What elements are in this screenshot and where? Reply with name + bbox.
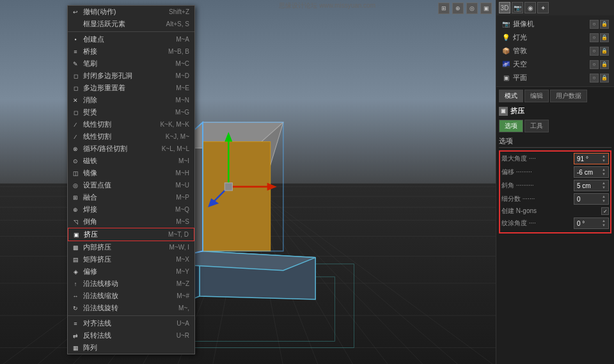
value-subdivisions[interactable]: 0 ▲ ▼ — [574, 193, 609, 205]
rpanel-icon-3d[interactable]: 3D — [499, 2, 510, 13]
menu-item-matrixextrude[interactable]: ▤ 矩阵挤压 M~X — [68, 253, 194, 265]
scene-obj-plane[interactable]: ▣ 平面 ○ 🔒 — [499, 72, 611, 84]
menu-item-bridge[interactable]: ≡ 桥接 M~B, B — [68, 45, 194, 58]
menu-shortcut-frame: Alt+S, S — [166, 20, 189, 28]
spinner-up-tex[interactable]: ▲ — [602, 219, 606, 223]
sky-lock-btn[interactable]: 🔒 — [600, 60, 609, 69]
menu-item-weld[interactable]: ⊕ 焊接 M~Q — [68, 203, 194, 216]
menu-item-createpoint[interactable]: • 创建点 M~A — [68, 33, 194, 45]
value-bevel-angle[interactable]: 5 cm ▲ ▼ — [574, 180, 609, 191]
menu-item-linecut2[interactable]: ∕ 线性切割 K~J, M~ — [68, 131, 194, 143]
menu-icon-dissolve: ✕ — [72, 97, 79, 104]
tab-edit[interactable]: 编辑 — [524, 90, 549, 102]
menu-icon-rotatenormal: ↻ — [72, 305, 79, 312]
menu-item-closepoly[interactable]: ◻ 封闭多边形孔洞 M~D — [68, 70, 194, 82]
menu-item-align-normal[interactable]: ≡ 对齐法线 U~A — [68, 317, 194, 329]
menu-item-merge[interactable]: ⊞ 融合 M~P — [68, 191, 194, 203]
menu-item-mirror[interactable]: ◫ 镜像 M~H — [68, 167, 194, 179]
spinner-down-sub[interactable]: ▼ — [602, 199, 606, 203]
menu-item-magnet[interactable]: ⊙ 磁铁 M~I — [68, 155, 194, 167]
menu-shortcut-loopcut: K~L, M~L — [162, 145, 189, 152]
menu-item-dissolve[interactable]: ✕ 消除 M~N — [68, 94, 194, 106]
bevel-angle-spinner[interactable]: ▲ ▼ — [602, 181, 606, 190]
menu-item-innerextrude[interactable]: ▩ 内部挤压 M~W, I — [68, 241, 194, 253]
max-angle-spinner[interactable]: ▲ ▼ — [602, 154, 606, 163]
spinner-up-max[interactable]: ▲ — [602, 154, 606, 159]
plane-lock-btn[interactable]: 🔒 — [600, 74, 609, 83]
viewport-icon-cam[interactable]: ⊕ — [452, 3, 464, 14]
subtab-options[interactable]: 选项 — [499, 120, 523, 132]
scene-obj-box[interactable]: 📦 管敦 ○ 🔒 — [499, 45, 611, 57]
spinner-up-bevel[interactable]: ▲ — [602, 181, 606, 186]
plane-vis-btn[interactable]: ○ — [590, 74, 599, 83]
menu-item-flip-normal[interactable]: ⇄ 反转法线 U~R — [68, 329, 194, 342]
spinner-down-max[interactable]: ▼ — [602, 159, 606, 163]
right-panel: 3D 📷 ◉ ✦ 📷 摄像机 ○ 🔒 💡 灯光 ○ 🔒 — [496, 0, 614, 364]
menu-label-mirror: 镜像 — [83, 168, 97, 178]
menu-item-polyreset[interactable]: ◻ 多边形重置着 M~E — [68, 82, 194, 94]
menu-icon-mirror: ◫ — [72, 170, 79, 177]
menu-item-loopcut[interactable]: ⊗ 循环/路径切割 K~L, M~L — [68, 143, 194, 155]
spinner-down-bevel[interactable]: ▼ — [602, 186, 606, 190]
menu-item-array[interactable]: ▦ 阵列 — [68, 342, 194, 354]
spinner-down-tex[interactable]: ▼ — [602, 223, 606, 228]
light-vis-btn[interactable]: ○ — [590, 33, 599, 42]
scene-obj-sky[interactable]: 🌌 天空 ○ 🔒 — [499, 58, 611, 70]
value-texture-angle[interactable]: 0 ° ▲ ▼ — [574, 218, 609, 229]
rpanel-icon-render[interactable]: ◉ — [524, 2, 536, 13]
menu-item-deform[interactable]: ◈ 偏修 M~Y — [68, 265, 194, 278]
menu-item-movenormal[interactable]: ↑ 沿法线移动 M~Z — [68, 278, 194, 290]
spinner-up-offset[interactable]: ▲ — [602, 168, 606, 172]
menu-icon-closepoly: ◻ — [72, 72, 79, 80]
label-ngons: 创建 N-gons — [501, 207, 601, 216]
subdivisions-spinner[interactable]: ▲ ▼ — [602, 194, 606, 203]
scene-obj-camera[interactable]: 📷 摄像机 ○ 🔒 — [499, 18, 611, 30]
menu-item-frame[interactable]: 框显活跃元素 Alt+S, S — [68, 18, 194, 30]
checkbox-ngons[interactable]: ✓ — [601, 207, 609, 215]
menu-shortcut-extrude: M~T, D — [168, 231, 189, 238]
menu-item-setpoint[interactable]: ◎ 设置点值 M~U — [68, 179, 194, 191]
viewport-icon-render[interactable]: ▣ — [480, 3, 492, 14]
spinner-down-offset[interactable]: ▼ — [602, 172, 606, 177]
spinner-up-sub[interactable]: ▲ — [602, 194, 606, 199]
texture-angle-spinner[interactable]: ▲ ▼ — [602, 219, 606, 228]
box-lock-btn[interactable]: 🔒 — [600, 47, 609, 56]
viewport-icon-grid[interactable]: ⊞ — [438, 3, 450, 14]
subtabs: 选项 工具 — [499, 120, 611, 132]
offset-spinner[interactable]: ▲ ▼ — [602, 168, 606, 177]
menu-shortcut-closepoly: M~D — [176, 72, 189, 79]
menu-item-undo[interactable]: ↩ 撤销(动作) Shift+Z — [68, 6, 194, 18]
menu-label-dissolve: 消除 — [83, 95, 97, 105]
box-vis-btn[interactable]: ○ — [590, 47, 599, 56]
value-max-angle[interactable]: 91 ° ▲ ▼ — [574, 153, 609, 164]
viewport-topbar: ⊞ ⊕ ◎ ▣ — [434, 0, 496, 17]
scene-obj-light[interactable]: 💡 灯光 ○ 🔒 — [499, 31, 611, 44]
field-subdivisions: 细分数 ······· 0 ▲ ▼ — [501, 193, 609, 205]
value-offset[interactable]: -6 cm ▲ ▼ — [574, 166, 609, 178]
menu-label-loopcut: 循环/路径切割 — [83, 144, 127, 154]
menu-item-linecut[interactable]: ∕ 线性切割 K~K, M~K — [68, 118, 194, 131]
menu-shortcut-magnet: M~I — [178, 157, 189, 164]
field-max-angle: 最大角度 ···· 91 ° ▲ ▼ — [501, 153, 609, 164]
tab-mode[interactable]: 模式 — [499, 90, 523, 102]
menu-shortcut-mirror: M~H — [176, 170, 189, 177]
subtab-tools[interactable]: 工具 — [524, 120, 549, 132]
menu-item-extrude[interactable]: ▣ 挤压 M~T, D — [68, 228, 194, 241]
camera-vis-btn[interactable]: ○ — [590, 20, 599, 29]
menu-item-iron[interactable]: ◻ 熨烫 M~G — [68, 106, 194, 118]
viewport-icon-disp[interactable]: ◎ — [466, 3, 478, 14]
offset-text: -6 cm — [577, 169, 593, 176]
rpanel-icon-cam[interactable]: 📷 — [512, 2, 523, 13]
menu-label-bevel: 倒角 — [83, 217, 97, 226]
tab-userdata[interactable]: 用户数据 — [550, 90, 587, 102]
rpanel-icon-fx[interactable]: ✦ — [537, 2, 549, 13]
light-lock-btn[interactable]: 🔒 — [600, 33, 609, 42]
menu-item-rotatenormal[interactable]: ↻ 沿法线旋转 M~, — [68, 302, 194, 314]
menu-label-extrude: 挤压 — [84, 230, 98, 239]
menu-item-scalenormal[interactable]: ↔ 沿法线缩放 M~# — [68, 290, 194, 302]
menu-item-brush[interactable]: ✎ 笔刷 M~C — [68, 58, 194, 70]
menu-shortcut-movenormal: M~Z — [177, 280, 189, 287]
sky-vis-btn[interactable]: ○ — [590, 60, 599, 69]
menu-item-bevel[interactable]: ◹ 倒角 M~S — [68, 216, 194, 228]
camera-lock-btn[interactable]: 🔒 — [600, 20, 609, 29]
